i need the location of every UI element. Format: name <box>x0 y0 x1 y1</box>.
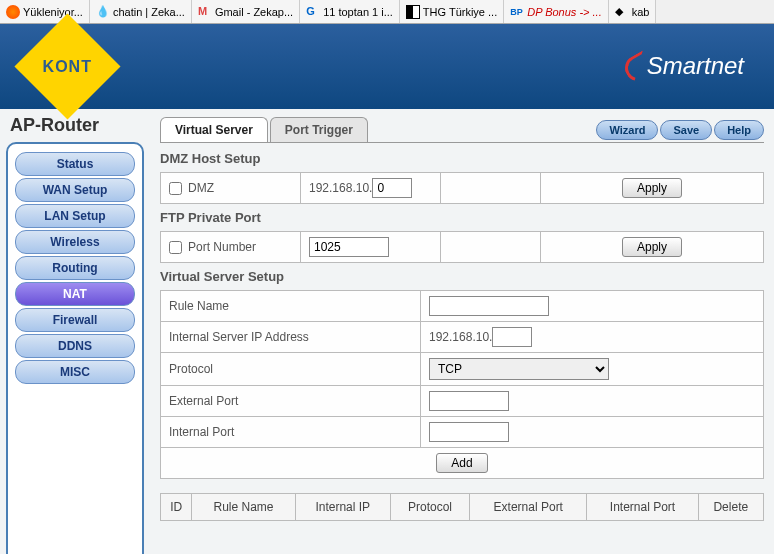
ftp-checkbox[interactable] <box>169 241 182 254</box>
sidebar-item-status[interactable]: Status <box>15 152 135 176</box>
col-protocol: Protocol <box>390 494 469 521</box>
tab-label: kab <box>632 6 650 18</box>
internal-port-input[interactable] <box>429 422 509 442</box>
sidebar-nav: Status WAN Setup LAN Setup Wireless Rout… <box>6 142 144 554</box>
content-area: Virtual Server Port Trigger Wizard Save … <box>150 109 774 554</box>
kont-logo: KONT <box>14 13 120 119</box>
browser-tab[interactable]: 💧chatin | Zeka... <box>90 0 192 23</box>
dmz-apply-button[interactable]: Apply <box>622 178 682 198</box>
browser-tab[interactable]: Gmail - Zekap... <box>192 0 300 23</box>
ftp-label: Port Number <box>188 240 256 254</box>
sidebar: AP-Router Status WAN Setup LAN Setup Wir… <box>0 109 150 554</box>
add-button[interactable]: Add <box>436 453 487 473</box>
rule-name-label: Rule Name <box>161 291 421 322</box>
rule-name-input[interactable] <box>429 296 549 316</box>
browser-tab[interactable]: Yükleniyor... <box>0 0 90 23</box>
vserver-table: Rule Name Internal Server IP Address 192… <box>160 290 764 479</box>
site-icon <box>406 5 420 19</box>
help-button[interactable]: Help <box>714 120 764 140</box>
top-action-buttons: Wizard Save Help <box>596 120 764 140</box>
logo-text: KONT <box>43 57 92 75</box>
protocol-label: Protocol <box>161 353 421 386</box>
internal-ip-prefix: 192.168.10. <box>429 330 492 344</box>
sidebar-item-wan[interactable]: WAN Setup <box>15 178 135 202</box>
rules-table: ID Rule Name Internal IP Protocol Extern… <box>160 493 764 521</box>
browser-tab[interactable]: THG Türkiye ... <box>400 0 504 23</box>
internal-ip-label: Internal Server IP Address <box>161 322 421 353</box>
tab-virtual-server[interactable]: Virtual Server <box>160 117 268 142</box>
ftp-table: Port Number Apply <box>160 231 764 263</box>
dmz-ip-input[interactable] <box>372 178 412 198</box>
col-rule-name: Rule Name <box>192 494 295 521</box>
site-icon: ◆ <box>615 5 629 19</box>
loading-icon <box>6 5 20 19</box>
browser-tab[interactable]: G11 toptan 1 i... <box>300 0 400 23</box>
dmz-section-title: DMZ Host Setup <box>160 151 764 166</box>
vserver-section-title: Virtual Server Setup <box>160 269 764 284</box>
tab-label: Yükleniyor... <box>23 6 83 18</box>
gmail-icon <box>198 5 212 19</box>
browser-tabs: Yükleniyor... 💧chatin | Zeka... Gmail - … <box>0 0 774 24</box>
tab-label: 11 toptan 1 i... <box>323 6 393 18</box>
tab-label: Gmail - Zekap... <box>215 6 293 18</box>
ftp-apply-button[interactable]: Apply <box>622 237 682 257</box>
col-internal-port: Internal Port <box>587 494 698 521</box>
col-internal-ip: Internal IP <box>295 494 390 521</box>
save-button[interactable]: Save <box>660 120 712 140</box>
sidebar-item-wireless[interactable]: Wireless <box>15 230 135 254</box>
header-banner: KONT Smartnet <box>0 24 774 109</box>
external-port-input[interactable] <box>429 391 509 411</box>
sidebar-item-misc[interactable]: MISC <box>15 360 135 384</box>
col-delete: Delete <box>698 494 763 521</box>
ftp-section-title: FTP Private Port <box>160 210 764 225</box>
wizard-button[interactable]: Wizard <box>596 120 658 140</box>
sidebar-title: AP-Router <box>6 115 144 136</box>
content-tabs: Virtual Server Port Trigger Wizard Save … <box>160 117 764 143</box>
dmz-checkbox[interactable] <box>169 182 182 195</box>
dmz-ip-prefix: 192.168.10. <box>309 181 372 195</box>
dmz-label: DMZ <box>188 181 214 195</box>
sidebar-item-routing[interactable]: Routing <box>15 256 135 280</box>
tab-port-trigger[interactable]: Port Trigger <box>270 117 368 142</box>
col-external-port: External Port <box>470 494 587 521</box>
bp-icon: BP <box>510 5 524 19</box>
sidebar-item-lan[interactable]: LAN Setup <box>15 204 135 228</box>
internal-ip-input[interactable] <box>492 327 532 347</box>
tab-label: DP Bonus -> ... <box>527 6 602 18</box>
sidebar-item-ddns[interactable]: DDNS <box>15 334 135 358</box>
browser-tab[interactable]: BPDP Bonus -> ... <box>504 0 609 23</box>
browser-tab[interactable]: ◆kab <box>609 0 657 23</box>
tab-label: chatin | Zeka... <box>113 6 185 18</box>
dmz-table: DMZ 192.168.10. Apply <box>160 172 764 204</box>
drupal-icon: 💧 <box>96 5 110 19</box>
internal-port-label: Internal Port <box>161 417 421 448</box>
ftp-port-input[interactable] <box>309 237 389 257</box>
external-port-label: External Port <box>161 386 421 417</box>
protocol-select[interactable]: TCP <box>429 358 609 380</box>
tab-label: THG Türkiye ... <box>423 6 497 18</box>
smartnet-logo: Smartnet <box>625 52 744 81</box>
col-id: ID <box>161 494 192 521</box>
google-icon: G <box>306 5 320 19</box>
sidebar-item-nat[interactable]: NAT <box>15 282 135 306</box>
main-layout: AP-Router Status WAN Setup LAN Setup Wir… <box>0 109 774 554</box>
sidebar-item-firewall[interactable]: Firewall <box>15 308 135 332</box>
